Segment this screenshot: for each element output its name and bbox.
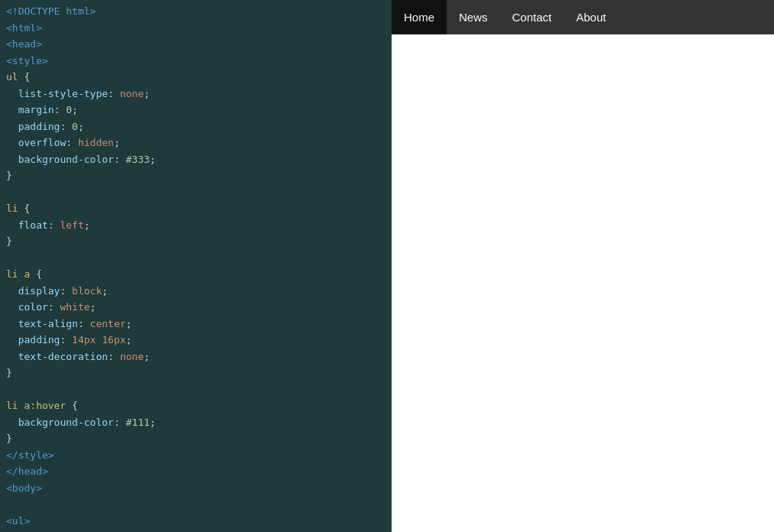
- code-line: text-decoration: none;: [0, 349, 392, 365]
- nav-item[interactable]: Home: [392, 0, 447, 34]
- nav-link[interactable]: Home: [392, 0, 447, 34]
- code-line: <ul>: [0, 513, 392, 530]
- code-line: float: left;: [0, 217, 392, 234]
- code-line: li a:hover {: [0, 397, 392, 414]
- code-line: [0, 184, 392, 201]
- code-line: <html>: [0, 20, 392, 37]
- code-line: </head>: [0, 463, 392, 480]
- code-line: [0, 496, 392, 513]
- code-line: <style>: [0, 53, 392, 70]
- code-line: padding: 14px 16px;: [0, 332, 392, 349]
- code-line: }: [0, 167, 392, 184]
- code-line: display: block;: [0, 283, 392, 300]
- code-line: <head>: [0, 36, 392, 53]
- code-line: <li><a class="active" href="#home">Home<…: [0, 529, 392, 532]
- nav-link[interactable]: About: [564, 0, 618, 34]
- code-line: li {: [0, 200, 392, 217]
- code-line: color: white;: [0, 299, 392, 316]
- nav-list: HomeNewsContactAbout: [392, 0, 774, 34]
- preview-nav: HomeNewsContactAbout: [392, 0, 774, 34]
- code-line: <!DOCTYPE html>: [0, 3, 392, 20]
- code-line: text-align: center;: [0, 316, 392, 332]
- code-line: }: [0, 430, 392, 447]
- code-line: list-style-type: none;: [0, 86, 392, 102]
- nav-item[interactable]: News: [447, 0, 500, 34]
- nav-link[interactable]: Contact: [500, 0, 564, 34]
- code-editor[interactable]: <!DOCTYPE html><html><head><style>ul { l…: [0, 0, 392, 532]
- code-line: li a {: [0, 266, 392, 283]
- code-line: [0, 250, 392, 267]
- nav-link[interactable]: News: [447, 0, 500, 34]
- code-line: }: [0, 233, 392, 250]
- code-line: }: [0, 365, 392, 381]
- code-line: background-color: #333;: [0, 151, 392, 168]
- code-line: [0, 381, 392, 398]
- nav-item[interactable]: About: [564, 0, 618, 34]
- nav-item[interactable]: Contact: [500, 0, 564, 34]
- code-line: background-color: #111;: [0, 414, 392, 431]
- preview-panel: HomeNewsContactAbout: [392, 0, 774, 532]
- code-line: </style>: [0, 447, 392, 464]
- code-line: ul {: [0, 69, 392, 86]
- code-line: overflow: hidden;: [0, 135, 392, 151]
- code-line: padding: 0;: [0, 118, 392, 135]
- code-line: margin: 0;: [0, 102, 392, 118]
- code-line: <body>: [0, 480, 392, 497]
